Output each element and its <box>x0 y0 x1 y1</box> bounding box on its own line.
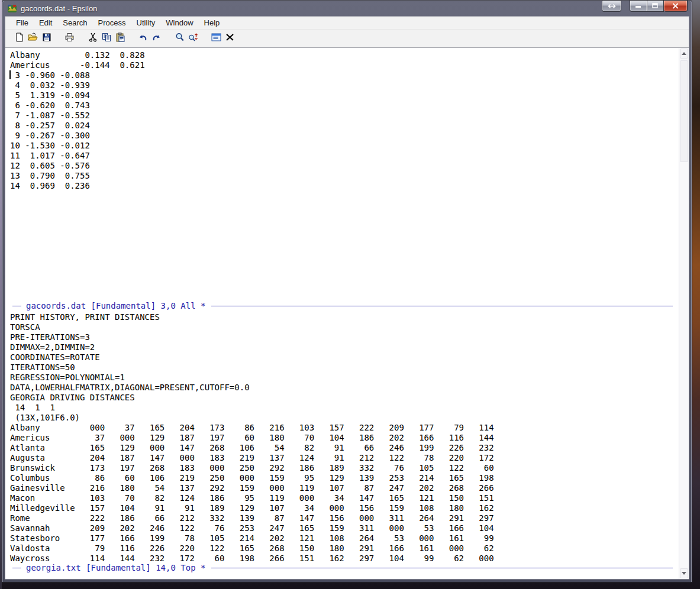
modeline-rule <box>211 306 673 306</box>
buffer-line: Columbus 86 60 106 219 250 000 159 95 12… <box>10 473 679 483</box>
cut-button[interactable] <box>86 32 99 45</box>
redo-icon <box>151 33 162 44</box>
undo-icon <box>138 33 148 44</box>
menu-search[interactable]: Search <box>58 17 92 28</box>
open-file-icon <box>28 33 38 44</box>
arrow-down-icon <box>682 572 686 575</box>
paste-icon <box>115 33 125 44</box>
echo-area[interactable] <box>5 573 679 579</box>
scroll-up-button[interactable] <box>680 48 688 59</box>
buffer-line: 10 -1.530 -0.012 <box>10 141 679 151</box>
text-caret <box>9 70 11 79</box>
find-button[interactable] <box>173 32 186 45</box>
buffer-line: Macon 103 70 82 124 186 95 119 000 34 14… <box>10 493 679 503</box>
buffer-line: Savannah 209 202 246 122 76 253 247 165 … <box>10 523 679 533</box>
find-replace-icon <box>188 33 198 44</box>
modeline-text: gacoords.dat [Fundamental] 3,0 All * <box>26 301 205 311</box>
modeline-text: georgia.txt [Fundamental] 14,0 Top * <box>26 563 205 573</box>
undo-button[interactable] <box>136 32 150 45</box>
buffer-line: 3 -0.960 -0.088 <box>10 70 679 80</box>
buffer-line: Albany 000 37 165 204 173 86 216 103 157… <box>10 423 679 433</box>
buffer-line: 8 -0.257 0.024 <box>10 121 679 131</box>
open-file-button[interactable] <box>26 32 40 45</box>
save-file-button[interactable] <box>40 32 53 45</box>
buffer-line: Gainesville 216 180 54 137 292 159 000 1… <box>10 483 679 493</box>
buffer-line: (13X,101F6.0) <box>10 413 679 423</box>
buffer-line: 11 1.017 -0.647 <box>10 151 679 161</box>
arrow-up-icon <box>682 52 686 55</box>
menu-help[interactable]: Help <box>199 17 225 28</box>
buffer-list-button[interactable] <box>209 32 223 45</box>
save-file-icon <box>42 33 51 44</box>
epsilon-app-icon <box>7 4 17 14</box>
scrollbar-thumb[interactable] <box>680 60 688 162</box>
buffer-line: Albany 0.132 0.828 <box>10 50 679 60</box>
buffer-line: 12 0.605 -0.576 <box>10 161 679 171</box>
new-file-icon <box>15 33 24 44</box>
toolbar <box>5 30 689 48</box>
find-replace-button[interactable] <box>186 32 200 45</box>
buffer-line: 7 -1.087 -0.552 <box>10 111 679 121</box>
toolbar-group <box>63 32 76 45</box>
buffer-line: Valdosta 79 116 226 220 122 165 268 150 … <box>10 543 679 554</box>
buffer-line: TORSCA <box>10 322 679 332</box>
resize-toggle-button[interactable] <box>602 1 621 12</box>
buffer-line: Americus -0.144 0.621 <box>10 60 679 70</box>
buffer-line: DIMMAX=2,DIMMIN=2 <box>10 342 679 352</box>
buffer-line: Atlanta 165 129 000 147 268 106 54 82 91… <box>10 443 679 453</box>
copy-button[interactable] <box>99 32 113 45</box>
buffer-line: PRINT HISTORY, PRINT DISTANCES <box>10 312 679 322</box>
maximize-button[interactable] <box>647 1 664 12</box>
scroll-down-button[interactable] <box>680 568 688 578</box>
vertical-scrollbar[interactable] <box>679 48 689 579</box>
print-icon <box>64 33 75 44</box>
buffer-line: Statesboro 177 166 199 78 105 214 202 12… <box>10 533 679 543</box>
modeline-rule <box>211 568 673 568</box>
copy-icon <box>102 33 111 44</box>
buffer-line: 13 0.790 0.755 <box>10 171 679 181</box>
window-title: gacoords.dat - Epsilon <box>21 4 97 13</box>
modeline-dash <box>12 306 21 306</box>
buffer-line: COORDINATES=ROTATE <box>10 352 679 363</box>
paste-button[interactable] <box>113 32 127 45</box>
toolbar-group <box>12 32 53 45</box>
buffer-pane-gacoords[interactable]: Albany 0.132 0.828Americus -0.144 0.621 … <box>5 48 679 301</box>
horizontal-arrows-icon <box>607 1 617 11</box>
cut-icon <box>89 33 97 44</box>
buffer-line: Waycross 114 144 232 172 60 198 266 151 … <box>10 554 679 563</box>
delete-icon <box>225 33 234 44</box>
new-file-button[interactable] <box>12 32 26 45</box>
redo-button[interactable] <box>150 32 163 45</box>
menu-file[interactable]: File <box>11 17 33 28</box>
buffer-line: 14 1 1 <box>10 403 679 413</box>
buffer-line: Brunswick 173 197 268 183 000 250 292 18… <box>10 463 679 473</box>
modeline-dash <box>12 568 21 568</box>
delete-button[interactable] <box>223 32 237 45</box>
buffer-pane-georgia[interactable]: PRINT HISTORY, PRINT DISTANCESTORSCAPRE-… <box>5 311 679 563</box>
buffer-line: 6 -0.620 0.743 <box>10 101 679 111</box>
buffer-line: 9 -0.267 -0.300 <box>10 131 679 141</box>
buffer-line: Americus 37 000 129 187 197 60 180 70 10… <box>10 433 679 443</box>
minimize-button[interactable] <box>630 1 647 12</box>
menu-window[interactable]: Window <box>161 17 198 28</box>
editor-area: Albany 0.132 0.828Americus -0.144 0.621 … <box>5 48 689 579</box>
menu-utility[interactable]: Utility <box>132 17 160 28</box>
close-icon <box>672 1 679 11</box>
buffer-line: REGRESSION=POLYNOMIAL=1 <box>10 373 679 383</box>
menu-process[interactable]: Process <box>93 17 131 28</box>
buffer-line: 5 1.319 -0.094 <box>10 90 679 101</box>
modeline-gacoords: gacoords.dat [Fundamental] 3,0 All * <box>5 301 679 311</box>
menu-edit[interactable]: Edit <box>34 17 57 28</box>
print-button[interactable] <box>63 32 76 45</box>
epsilon-window: gacoords.dat - Epsilon <box>2 0 692 582</box>
buffer-line: 14 0.969 0.236 <box>10 181 679 191</box>
toolbar-group <box>209 32 237 45</box>
scrollbar-track[interactable] <box>679 59 689 568</box>
toolbar-group <box>136 32 163 45</box>
buffer-line: Rome 222 186 66 212 332 139 87 147 156 0… <box>10 513 679 523</box>
toolbar-group <box>173 32 200 45</box>
titlebar[interactable]: gacoords.dat - Epsilon <box>2 1 692 16</box>
close-button[interactable] <box>664 1 688 12</box>
buffer-list-icon <box>211 33 221 44</box>
modeline-georgia: georgia.txt [Fundamental] 14,0 Top * <box>5 563 679 573</box>
